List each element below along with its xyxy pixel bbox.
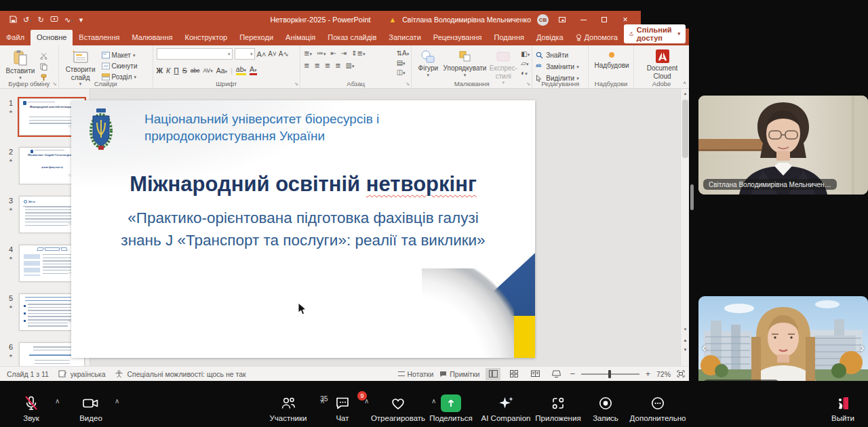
arrange-button[interactable]: Упорядкувати▾ — [444, 48, 486, 78]
dialog-launcher-icon[interactable]: ⇘ — [53, 81, 57, 87]
tab-animations[interactable]: Анімація — [279, 30, 321, 45]
redo-icon[interactable]: ↻ — [38, 16, 44, 24]
tab-home[interactable]: Основне — [31, 30, 73, 45]
avatar[interactable]: СВ — [537, 14, 549, 26]
dialog-launcher-icon[interactable]: ⇘ — [294, 81, 298, 87]
tab-transitions[interactable]: Переходи — [233, 30, 279, 45]
numbering-icon[interactable]: ≔▾ — [317, 49, 326, 57]
tab-design[interactable]: Конструктор — [178, 30, 233, 45]
clear-formatting-icon[interactable]: A∿ — [279, 50, 289, 58]
shape-outline-icon[interactable]: ▱▾ — [521, 60, 530, 67]
share-access-button[interactable]: Спільний доступ ▾ — [624, 24, 686, 43]
decrease-indent-icon[interactable]: ⇤ — [330, 49, 336, 57]
justify-icon[interactable]: ≣ — [335, 62, 340, 69]
participants-button[interactable]: 35 Участники ∧ — [258, 394, 319, 422]
align-left-icon[interactable]: ≣ — [304, 62, 309, 69]
fit-to-window-icon[interactable] — [677, 370, 685, 378]
text-direction-icon[interactable]: ⇅A▾ — [397, 49, 410, 57]
more-button[interactable]: Дополнительно — [619, 394, 696, 422]
comments-toggle[interactable]: Примітки — [439, 370, 479, 378]
document-cloud-button[interactable]: Document Cloud — [639, 48, 686, 80]
gallery-prev-icon[interactable]: ‹ — [702, 340, 707, 354]
shape-fill-icon[interactable]: ◧▾ — [521, 50, 530, 58]
tab-record[interactable]: Записати — [382, 30, 427, 45]
cut-icon[interactable] — [40, 51, 47, 61]
tab-view[interactable]: Подання — [488, 30, 530, 45]
ink-icon[interactable]: ∿▾ — [64, 16, 73, 24]
video-menu-chevron[interactable]: ∧ — [115, 397, 119, 405]
video-button[interactable]: Видео ∧ — [70, 394, 112, 422]
save-icon[interactable] — [9, 16, 17, 24]
change-case-button[interactable]: Aa▾ — [216, 66, 227, 75]
accessibility-icon[interactable] — [115, 370, 123, 378]
copy-icon[interactable] — [40, 62, 47, 72]
scrollbar-thumb[interactable] — [682, 100, 688, 158]
zoom-percentage[interactable]: 72% — [656, 370, 671, 378]
slide-canvas[interactable]: Національний університет біоресурсів і п… — [71, 100, 535, 358]
font-size-select[interactable]: ▾ — [235, 48, 255, 60]
strikethrough-button[interactable]: S — [182, 66, 187, 75]
columns-icon[interactable]: ▥▾ — [346, 62, 355, 69]
paste-button[interactable]: Вставити▾ — [3, 48, 37, 81]
previous-slide-icon[interactable]: ▲ — [681, 336, 689, 344]
ribbon-display-options-icon[interactable] — [555, 13, 570, 26]
shape-effects-icon[interactable]: ◐▾ — [521, 69, 530, 77]
reset-button[interactable]: Скинути — [102, 61, 138, 71]
zoom-slider-thumb[interactable] — [608, 370, 611, 378]
italic-button[interactable]: К — [166, 66, 170, 75]
customize-qat-icon[interactable]: ▾ — [79, 16, 83, 24]
audio-menu-chevron[interactable]: ∧ — [55, 397, 60, 405]
decrease-font-icon[interactable]: A˅ — [268, 50, 277, 58]
accessibility-status[interactable]: Спеціальні можливості: щось не так — [127, 370, 245, 378]
undo-icon[interactable]: ↺▾ — [23, 16, 32, 24]
language-indicator[interactable]: українська — [71, 370, 106, 378]
bold-button[interactable]: Ж — [157, 66, 163, 75]
text-shadow-button[interactable]: abc — [191, 67, 200, 74]
smartart-convert-icon[interactable]: ◫▾ — [397, 68, 410, 76]
normal-view-button[interactable] — [486, 368, 500, 380]
touch-mode-icon[interactable] — [50, 16, 58, 24]
notes-toggle[interactable]: Нотатки — [398, 370, 434, 378]
slideshow-view-button[interactable] — [549, 368, 564, 380]
align-right-icon[interactable]: ≣ — [325, 62, 330, 69]
zoom-in-button[interactable]: + — [646, 369, 650, 379]
shapes-button[interactable]: Фігури▾ — [415, 48, 441, 78]
font-name-select[interactable]: ▾ — [157, 48, 233, 60]
gallery-next-icon[interactable]: › — [860, 340, 865, 354]
dialog-launcher-icon[interactable]: ⇘ — [406, 81, 410, 87]
align-text-icon[interactable]: ▤▾ — [397, 59, 410, 66]
increase-font-icon[interactable]: A˄ — [257, 50, 267, 58]
account-name[interactable]: Світлана Володимирівна Мельниченко — [402, 16, 531, 24]
tab-slideshow[interactable]: Показ слайдів — [321, 30, 382, 45]
chat-button[interactable]: 9 Чат ∧ — [322, 394, 363, 422]
tab-insert[interactable]: Вставлення — [73, 30, 125, 45]
addins-button[interactable]: Надбудови — [592, 48, 631, 70]
underline-button[interactable]: П — [174, 66, 179, 75]
leave-button[interactable]: Выйти — [823, 394, 863, 422]
scroll-up-icon[interactable]: ▲ — [681, 89, 689, 98]
zoom-out-button[interactable]: − — [570, 369, 575, 379]
align-center-icon[interactable]: ≣ — [314, 62, 319, 69]
increase-indent-icon[interactable]: ⇥ — [341, 49, 347, 57]
editor-scrollbar[interactable]: ▲ ▼ ▲ ▼ — [680, 89, 689, 366]
layout-button[interactable]: Макет▾ — [102, 50, 138, 60]
panel-resize-handle[interactable] — [690, 184, 694, 210]
restore-button[interactable] — [597, 13, 612, 26]
dialog-launcher-icon[interactable]: ⇘ — [526, 81, 530, 87]
find-button[interactable]: Знайти — [536, 50, 579, 60]
tab-file[interactable]: Файл — [0, 30, 31, 45]
proofing-icon[interactable] — [58, 370, 67, 378]
replace-button[interactable]: abЗамінити▾ — [536, 62, 579, 72]
audio-button[interactable]: Звук ∧ — [10, 394, 52, 422]
bullets-icon[interactable]: ≣▾ — [304, 49, 312, 57]
tab-review[interactable]: Рецензування — [427, 30, 488, 45]
video-tile-speaker[interactable]: Світлана Володимирівна Мельничен… — [698, 96, 868, 195]
share-screen-button[interactable]: Поделиться — [422, 394, 480, 422]
character-spacing-button[interactable]: AV▾ — [203, 67, 213, 74]
tab-draw[interactable]: Малювання — [125, 30, 178, 45]
scroll-down-icon[interactable]: ▼ — [681, 325, 689, 333]
minimize-button[interactable] — [576, 13, 591, 26]
slide-sorter-view-button[interactable] — [507, 368, 521, 380]
zoom-slider[interactable] — [581, 373, 639, 375]
highlight-color-button[interactable]: ab▾ — [236, 66, 246, 75]
